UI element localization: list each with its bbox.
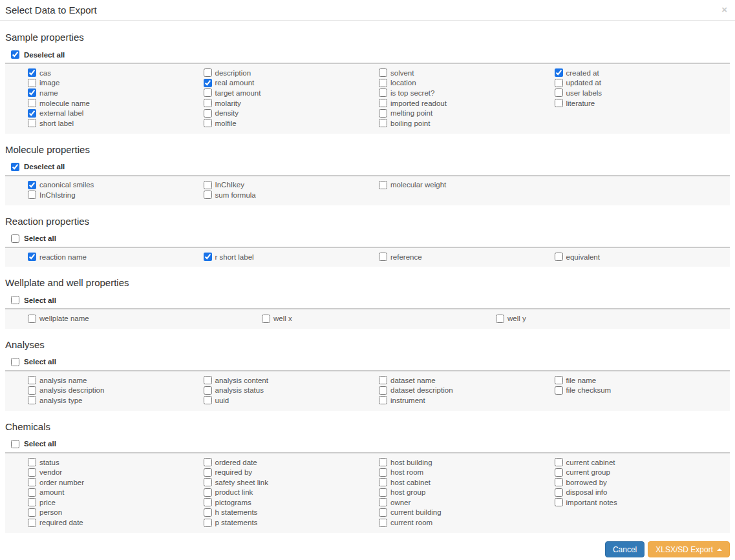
checkbox-input-current-room[interactable] [379, 519, 387, 527]
checkbox-input-vendor[interactable] [28, 468, 36, 477]
checkbox-h-statements[interactable]: h statements [204, 508, 379, 518]
checkbox-input-boiling-point[interactable] [379, 119, 387, 127]
checkbox-input-analysis-content[interactable] [204, 376, 212, 384]
select-all-checkbox-reaction-properties[interactable]: Select all [11, 234, 730, 244]
checkbox-imported-readout[interactable]: imported readout [379, 98, 555, 109]
checkbox-analysis-content[interactable]: analysis content [204, 375, 379, 386]
checkbox-input-inchikey[interactable] [204, 181, 212, 189]
xlsx-sd-export-button[interactable]: XLSX/SD Export [648, 541, 730, 557]
checkbox-input-imported-readout[interactable] [379, 99, 387, 107]
cancel-button[interactable]: Cancel [605, 541, 644, 557]
checkbox-input-well-x[interactable] [262, 315, 270, 323]
checkbox-sum-formula[interactable]: sum formula [204, 190, 379, 200]
select-all-input[interactable] [11, 234, 19, 243]
checkbox-person[interactable]: person [28, 508, 204, 518]
checkbox-input-sum-formula[interactable] [204, 191, 212, 199]
checkbox-input-canonical-smiles[interactable] [28, 181, 36, 189]
checkbox-input-analysis-name[interactable] [28, 376, 36, 384]
checkbox-input-amount[interactable] [28, 488, 36, 497]
checkbox-input-safety-sheet-link[interactable] [204, 478, 212, 486]
checkbox-instrument[interactable]: instrument [379, 395, 555, 406]
checkbox-product-link[interactable]: product link [204, 488, 379, 498]
checkbox-input-created-at[interactable] [555, 68, 563, 77]
checkbox-input-product-link[interactable] [204, 488, 212, 497]
checkbox-input-file-name[interactable] [555, 376, 563, 384]
select-all-checkbox-analyses[interactable]: Select all [11, 357, 730, 367]
checkbox-input-real-amount[interactable] [204, 79, 212, 87]
checkbox-vendor[interactable]: vendor [28, 467, 204, 477]
checkbox-molfile[interactable]: molfile [204, 118, 379, 129]
checkbox-dataset-name[interactable]: dataset name [379, 375, 555, 386]
checkbox-disposal-info[interactable]: disposal info [555, 488, 730, 498]
checkbox-user-labels[interactable]: user labels [555, 88, 730, 98]
deselect-all-checkbox-molecule-properties[interactable]: Deselect all [11, 162, 730, 172]
checkbox-input-current-group[interactable] [555, 468, 563, 477]
checkbox-input-image[interactable] [28, 79, 36, 87]
checkbox-amount[interactable]: amount [28, 488, 204, 498]
checkbox-current-group[interactable]: current group [555, 467, 730, 477]
checkbox-safety-sheet-link[interactable]: safety sheet link [204, 477, 379, 488]
checkbox-dataset-description[interactable]: dataset description [379, 386, 555, 396]
checkbox-input-user-labels[interactable] [555, 88, 563, 97]
checkbox-input-h-statements[interactable] [204, 508, 212, 517]
checkbox-target-amount[interactable]: target amount [204, 88, 379, 98]
deselect-all-input[interactable] [11, 163, 19, 171]
checkbox-input-dataset-name[interactable] [379, 376, 387, 384]
select-all-input[interactable] [11, 296, 19, 304]
checkbox-input-is-top-secret[interactable] [379, 88, 387, 97]
checkbox-input-cas[interactable] [28, 68, 36, 77]
checkbox-input-equivalent[interactable] [555, 253, 563, 261]
checkbox-inchikey[interactable]: InChIkey [204, 180, 379, 191]
checkbox-current-building[interactable]: current building [379, 508, 555, 518]
checkbox-ordered-date[interactable]: ordered date [204, 457, 379, 468]
checkbox-input-description[interactable] [204, 68, 212, 77]
checkbox-input-ordered-date[interactable] [204, 458, 212, 466]
checkbox-uuid[interactable]: uuid [204, 395, 379, 406]
checkbox-pictograms[interactable]: pictograms [204, 497, 379, 508]
checkbox-host-cabinet[interactable]: host cabinet [379, 477, 555, 488]
checkbox-wellplate-name[interactable]: wellplate name [28, 313, 262, 324]
checkbox-input-external-label[interactable] [28, 109, 36, 118]
checkbox-literature[interactable]: literature [555, 98, 730, 109]
checkbox-equivalent[interactable]: equivalent [555, 252, 730, 262]
checkbox-current-room[interactable]: current room [379, 517, 555, 528]
checkbox-borrowed-by[interactable]: borrowed by [555, 477, 730, 488]
checkbox-analysis-type[interactable]: analysis type [28, 395, 204, 406]
checkbox-input-literature[interactable] [555, 99, 563, 107]
checkbox-boiling-point[interactable]: boiling point [379, 118, 555, 129]
checkbox-well-x[interactable]: well x [262, 313, 496, 324]
checkbox-image[interactable]: image [28, 78, 204, 88]
checkbox-created-at[interactable]: created at [555, 68, 730, 78]
checkbox-density[interactable]: density [204, 108, 379, 118]
select-all-input[interactable] [11, 358, 19, 366]
checkbox-melting-point[interactable]: melting point [379, 108, 555, 118]
checkbox-description[interactable]: description [204, 68, 379, 78]
checkbox-reference[interactable]: reference [379, 252, 555, 262]
checkbox-input-r-short-label[interactable] [204, 253, 212, 261]
checkbox-price[interactable]: price [28, 497, 204, 508]
checkbox-input-analysis-status[interactable] [204, 386, 212, 395]
checkbox-molecular-weight[interactable]: molecular weight [379, 180, 555, 191]
checkbox-input-order-number[interactable] [28, 478, 36, 486]
checkbox-input-name[interactable] [28, 88, 36, 97]
checkbox-updated-at[interactable]: updated at [555, 78, 730, 88]
checkbox-input-host-group[interactable] [379, 488, 387, 497]
checkbox-well-y[interactable]: well y [496, 313, 730, 324]
checkbox-input-current-cabinet[interactable] [555, 458, 563, 466]
checkbox-input-short-label[interactable] [28, 119, 36, 127]
checkbox-molarity[interactable]: molarity [204, 98, 379, 109]
checkbox-input-molarity[interactable] [204, 99, 212, 107]
checkbox-analysis-description[interactable]: analysis description [28, 386, 204, 396]
checkbox-input-required-by[interactable] [204, 468, 212, 477]
checkbox-input-pictograms[interactable] [204, 498, 212, 506]
deselect-all-input[interactable] [11, 50, 19, 59]
checkbox-short-label[interactable]: short label [28, 118, 204, 129]
checkbox-input-density[interactable] [204, 109, 212, 118]
checkbox-input-instrument[interactable] [379, 396, 387, 404]
checkbox-canonical-smiles[interactable]: canonical smiles [28, 180, 204, 191]
checkbox-name[interactable]: name [28, 88, 204, 98]
checkbox-input-current-building[interactable] [379, 508, 387, 517]
checkbox-input-file-checksum[interactable] [555, 386, 563, 395]
close-icon[interactable]: × [721, 5, 727, 14]
checkbox-input-molecule-name[interactable] [28, 99, 36, 107]
